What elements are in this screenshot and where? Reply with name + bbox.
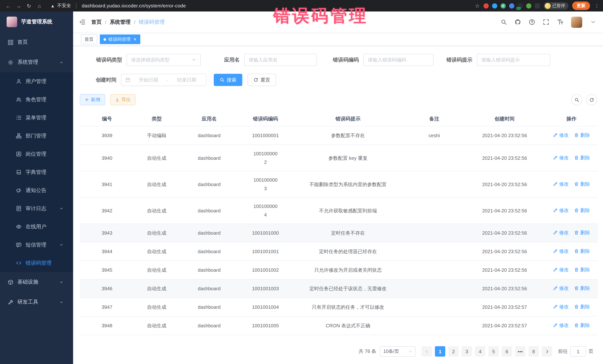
sidebar-item-notice[interactable]: 通知公告 (0, 181, 73, 199)
error-code-input[interactable] (363, 54, 433, 66)
toggle-search-button[interactable] (571, 94, 582, 105)
app-logo-row[interactable]: 芋道管理系统 (0, 11, 73, 32)
pagination-page-1[interactable]: 1 (435, 346, 445, 357)
extension-grid[interactable] (509, 3, 514, 8)
extension-dark-on[interactable]: on (517, 3, 523, 8)
add-button[interactable]: 新增 (80, 94, 105, 105)
delete-link[interactable]: 删除 (574, 302, 590, 311)
edit-link[interactable]: 修改 (553, 247, 569, 255)
edit-link[interactable]: 修改 (553, 321, 569, 330)
question-button[interactable] (529, 19, 535, 25)
font-size-button[interactable] (557, 19, 563, 25)
delete-link-label: 删除 (580, 302, 590, 311)
error-type-select[interactable]: 请选择错误码类型 (127, 54, 201, 66)
forward-icon[interactable]: → (14, 3, 23, 9)
sidebar-item-error-code[interactable]: 错误码管理 (0, 254, 73, 272)
pagination-prev[interactable] (422, 346, 432, 357)
edit-link[interactable]: 修改 (553, 180, 569, 188)
reload-icon[interactable]: ↻ (24, 3, 33, 9)
cell-type: 自动生成 (134, 298, 179, 316)
delete-link[interactable]: 删除 (574, 284, 590, 292)
edit-link[interactable]: 修改 (553, 206, 569, 214)
error-hint-input[interactable] (477, 54, 550, 66)
security-indicator[interactable]: ▲ 不安全 (50, 3, 71, 9)
delete-link[interactable]: 删除 (574, 180, 590, 188)
pagination-page-8[interactable]: 8 (528, 346, 539, 357)
reset-button[interactable]: 重置 (247, 74, 276, 86)
bookmark-star-icon[interactable]: ☆ (475, 3, 480, 9)
delete-link[interactable]: 删除 (574, 228, 590, 237)
sidebar-item-infra[interactable]: 基础设施 (0, 272, 73, 292)
main-area: 首页 / 系统管理 / 错误码管理 首页 错误码管理 ✕ (73, 11, 603, 364)
delete-link[interactable]: 删除 (574, 265, 590, 274)
tab-home[interactable]: 首页 (81, 34, 97, 44)
pagination-ellipsis[interactable]: ••• (515, 346, 525, 357)
tab-error-code[interactable]: 错误码管理 ✕ (100, 34, 140, 44)
edit-link[interactable]: 修改 (553, 284, 569, 292)
cell-actions: 修改删除 (545, 171, 598, 197)
delete-link-label: 删除 (580, 206, 590, 214)
edit-link[interactable]: 修改 (553, 228, 569, 237)
pagination-page-2[interactable]: 2 (448, 346, 459, 357)
sidebar-item-menu[interactable]: 菜单管理 (0, 109, 73, 127)
extension-green[interactable] (526, 3, 531, 8)
pagination-page-3[interactable]: 3 (462, 346, 472, 357)
breadcrumb-home[interactable]: 首页 (91, 19, 102, 25)
sidebar-item-role[interactable]: 角色管理 (0, 90, 73, 109)
delete-link[interactable]: 删除 (574, 153, 590, 162)
extension-teal[interactable] (492, 3, 497, 8)
search-button[interactable] (500, 19, 507, 25)
sidebar-toggle-icon[interactable] (79, 19, 85, 25)
delete-link[interactable]: 删除 (574, 206, 590, 214)
search-button[interactable]: 搜索 (214, 74, 242, 86)
close-icon[interactable]: ✕ (133, 37, 137, 42)
chrome-menu-icon[interactable]: ⋮ (594, 3, 599, 9)
sidebar-item-online-user[interactable]: 在线用户 (0, 218, 73, 236)
delete-link[interactable]: 删除 (574, 247, 590, 255)
delete-link[interactable]: 删除 (574, 321, 590, 330)
extension-dark[interactable] (534, 3, 540, 8)
refresh-table-button[interactable] (586, 94, 597, 105)
edit-link[interactable]: 修改 (553, 302, 569, 311)
sidebar-item-dict[interactable]: 字典管理 (0, 163, 73, 181)
delete-icon (574, 230, 579, 235)
goto-page-input[interactable] (570, 346, 586, 357)
dashboard-icon (8, 39, 13, 45)
cell-actions: 修改删除 (545, 126, 598, 145)
extension-red[interactable] (483, 3, 488, 8)
header-actions (500, 16, 596, 28)
sidebar-item-sms[interactable]: 短信管理 (0, 236, 73, 254)
pagination-page-6[interactable]: 6 (502, 346, 512, 357)
sidebar-item-dept[interactable]: 部门管理 (0, 127, 73, 145)
home-icon[interactable]: ⌂ (35, 3, 44, 9)
avatar[interactable] (571, 16, 582, 28)
sidebar-item-dev-tools[interactable]: 研发工具 (0, 292, 73, 312)
chevron-down-icon (191, 57, 196, 62)
sidebar-item-user[interactable]: 用户管理 (0, 72, 73, 90)
app-name-input[interactable] (244, 54, 317, 66)
breadcrumb-system[interactable]: 系统管理 (110, 19, 131, 25)
pagination-next[interactable] (542, 346, 552, 357)
page-size-select[interactable]: 10条/页 (380, 346, 416, 357)
address-bar[interactable]: dashboard.yudao.iocoder.cn/system/error-… (82, 3, 186, 9)
fullscreen-button[interactable] (543, 19, 549, 25)
back-icon[interactable]: ← (4, 3, 13, 9)
github-button[interactable] (515, 19, 521, 25)
edit-link-label: 修改 (559, 247, 569, 255)
profile-chip[interactable]: 已暂停 (544, 2, 568, 10)
sidebar-item-system[interactable]: 系统管理 (0, 52, 73, 72)
sidebar-item-audit-log[interactable]: 审计日志 (0, 199, 73, 218)
pagination-page-5[interactable]: 5 (488, 346, 499, 357)
delete-link[interactable]: 删除 (574, 131, 590, 139)
pagination-page-4[interactable]: 4 (475, 346, 485, 357)
edit-link[interactable]: 修改 (553, 131, 569, 139)
date-range-picker[interactable]: 开始日期 - 结束日期 (121, 74, 206, 86)
edit-link[interactable]: 修改 (553, 265, 569, 274)
export-button[interactable]: 导出 (110, 94, 135, 105)
update-button[interactable]: 更新 (572, 1, 590, 10)
edit-link[interactable]: 修改 (553, 153, 569, 162)
sidebar-item-home[interactable]: 首页 (0, 32, 73, 52)
sidebar-item-post[interactable]: 岗位管理 (0, 145, 73, 163)
sidebar-item-label: 审计日志 (26, 205, 46, 212)
extension-green-v[interactable]: V (500, 3, 506, 8)
